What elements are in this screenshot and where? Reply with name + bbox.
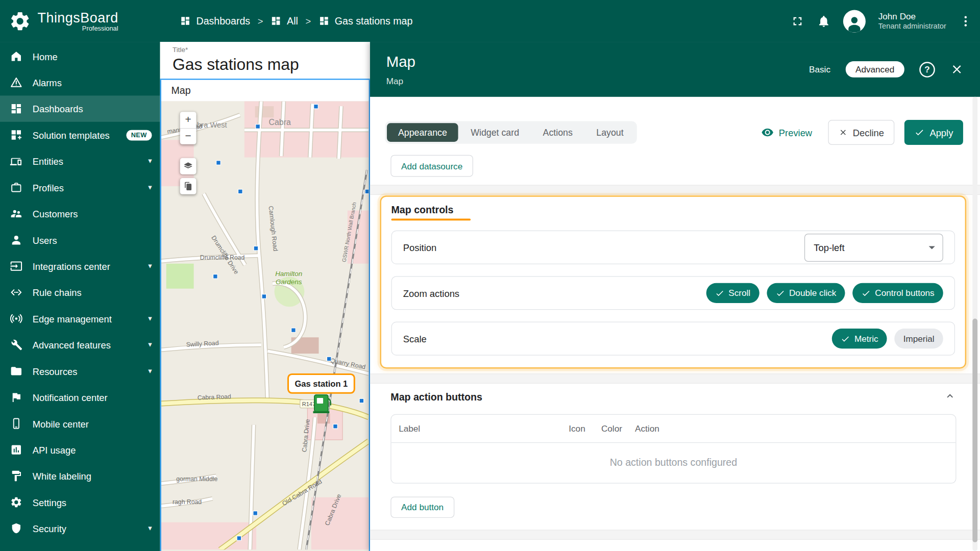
- map-controls-section: Map controls Position Top-left Zoom acti…: [380, 195, 966, 368]
- title-field-label: Title*: [173, 45, 370, 53]
- add-button[interactable]: Add button: [390, 496, 454, 518]
- user-block[interactable]: John Doe Tenant administrator: [878, 10, 946, 31]
- scrollbar-thumb[interactable]: [972, 318, 977, 542]
- chip-scroll[interactable]: Scroll: [706, 283, 759, 303]
- panel-toolbar: Appearance Widget card Actions Layout Pr…: [385, 120, 963, 145]
- add-datasource-button[interactable]: Add datasource: [390, 155, 473, 177]
- user-name: John Doe: [878, 10, 946, 21]
- decline-button[interactable]: Decline: [828, 120, 895, 145]
- gas-station-tooltip[interactable]: Gas station 1: [288, 374, 354, 393]
- app: ThingsBoard Professional Dashboards > Al…: [0, 0, 980, 551]
- breadcrumb: Dashboards > All > Gas stations map: [180, 15, 413, 27]
- sidebar-item-profiles[interactable]: Profiles: [0, 174, 160, 201]
- panel-scrollbar[interactable]: [972, 97, 977, 551]
- sidebar: Home Alarms Dashboards Solution template…: [0, 42, 160, 551]
- sidebar-item-white-labeling[interactable]: White labeling: [0, 463, 160, 489]
- map-container[interactable]: Cabra West Cabra manus Road Drumcliffe D…: [161, 101, 369, 551]
- sidebar-item-settings[interactable]: Settings: [0, 489, 160, 515]
- scale-row: Scale Metric Imperial: [391, 322, 955, 356]
- map-label: ragh Road: [173, 498, 202, 506]
- sidebar-item-users[interactable]: Users: [0, 227, 160, 253]
- sidebar-item-edge-management[interactable]: Edge management: [0, 306, 160, 332]
- api-usage-icon: [10, 443, 22, 456]
- preview-button[interactable]: Preview: [762, 126, 813, 138]
- widget-editor: Title* Gas stations map Map: [160, 42, 370, 551]
- viewport: ThingsBoard Professional Dashboards > Al…: [0, 0, 980, 551]
- security-icon: [10, 522, 22, 535]
- check-icon: [915, 128, 925, 138]
- breadcrumb-dashboards[interactable]: Dashboards: [180, 15, 250, 27]
- notifications-button[interactable]: [817, 14, 831, 28]
- sidebar-item-solution-templates[interactable]: Solution templates NEW: [0, 122, 160, 148]
- tab-widget-card[interactable]: Widget card: [459, 123, 530, 142]
- map-action-buttons-section: Map action buttons Label Icon Color Acti…: [390, 387, 956, 518]
- map-action-buttons-title: Map action buttons: [390, 392, 482, 403]
- zoom-in-button[interactable]: +: [180, 112, 197, 128]
- table-header: Label Icon Color Action: [391, 415, 956, 443]
- tab-actions[interactable]: Actions: [532, 123, 584, 142]
- settings-tabs: Appearance Widget card Actions Layout: [385, 121, 636, 144]
- close-panel-button[interactable]: [950, 62, 964, 76]
- chevron-down-icon: [148, 366, 152, 375]
- chevron-down-icon: [929, 246, 935, 249]
- column-icon: Icon: [569, 423, 601, 434]
- sidebar-item-security[interactable]: Security: [0, 515, 160, 541]
- check-icon: [841, 334, 850, 343]
- layers-icon: [183, 161, 193, 171]
- apply-button[interactable]: Apply: [904, 120, 963, 145]
- notification-center-icon: [10, 391, 22, 404]
- bell-icon: [817, 14, 831, 28]
- sidebar-item-api-usage[interactable]: API usage: [0, 437, 160, 463]
- sidebar-item-customers[interactable]: Customers: [0, 201, 160, 227]
- position-select[interactable]: Top-left: [804, 233, 943, 261]
- sidebar-item-alarms[interactable]: Alarms: [0, 69, 160, 95]
- sidebar-item-rule-chains[interactable]: Rule chains: [0, 279, 160, 305]
- breadcrumb-current[interactable]: Gas stations map: [318, 15, 412, 27]
- help-icon[interactable]: ?: [919, 62, 935, 78]
- advanced-features-icon: [10, 339, 22, 351]
- map-type-button[interactable]: [180, 178, 197, 194]
- advanced-mode-button[interactable]: Advanced: [845, 61, 904, 78]
- user-icon: [845, 13, 864, 32]
- sidebar-item-notification-center[interactable]: Notification center: [0, 384, 160, 410]
- map-layers-button[interactable]: [180, 158, 197, 174]
- chip-metric[interactable]: Metric: [832, 329, 887, 348]
- alarms-icon: [10, 76, 22, 88]
- sidebar-item-home[interactable]: Home: [0, 43, 160, 69]
- breadcrumb-all[interactable]: All: [271, 15, 298, 27]
- map-controls-title: Map controls: [391, 204, 955, 215]
- panel-header: Map Map Basic Advanced ?: [370, 42, 980, 97]
- profiles-icon: [10, 181, 22, 193]
- sidebar-item-advanced-features[interactable]: Advanced features: [0, 332, 160, 358]
- fullscreen-button[interactable]: [791, 14, 804, 28]
- tab-appearance[interactable]: Appearance: [387, 123, 458, 142]
- avatar[interactable]: [843, 10, 866, 32]
- widget-header: Map: [161, 80, 369, 102]
- map-widget[interactable]: Map: [160, 80, 370, 551]
- empty-table-message: No action buttons configured: [391, 443, 956, 483]
- chevron-down-icon: [148, 183, 152, 191]
- svg-text:R147: R147: [302, 401, 315, 407]
- sidebar-item-integrations-center[interactable]: Integrations center: [0, 253, 160, 279]
- logo[interactable]: ThingsBoard Professional: [0, 10, 160, 32]
- tab-layout[interactable]: Layout: [585, 123, 634, 142]
- chip-double-click[interactable]: Double click: [767, 283, 845, 303]
- chevron-up-icon: [944, 390, 956, 402]
- zoom-out-button[interactable]: −: [180, 129, 197, 144]
- chip-imperial[interactable]: Imperial: [894, 329, 943, 348]
- chevron-down-icon: [148, 262, 152, 270]
- sidebar-item-resources[interactable]: Resources: [0, 358, 160, 384]
- more-menu-button[interactable]: [959, 14, 972, 28]
- widget-title-field[interactable]: Title* Gas stations map: [160, 42, 370, 79]
- collapse-section-button[interactable]: [944, 390, 956, 405]
- sidebar-item-entities[interactable]: Entities: [0, 148, 160, 174]
- sidebar-item-dashboards[interactable]: Dashboards: [0, 95, 160, 121]
- chip-control-buttons[interactable]: Control buttons: [852, 283, 943, 303]
- mobile-center-icon: [10, 417, 22, 430]
- basic-mode-button[interactable]: Basic: [809, 64, 830, 74]
- sidebar-item-mobile-center[interactable]: Mobile center: [0, 410, 160, 436]
- copy-stack-icon: [183, 181, 193, 191]
- settings-icon: [10, 496, 22, 508]
- map-label: Cabra: [269, 118, 291, 127]
- gas-station-marker[interactable]: [313, 395, 330, 413]
